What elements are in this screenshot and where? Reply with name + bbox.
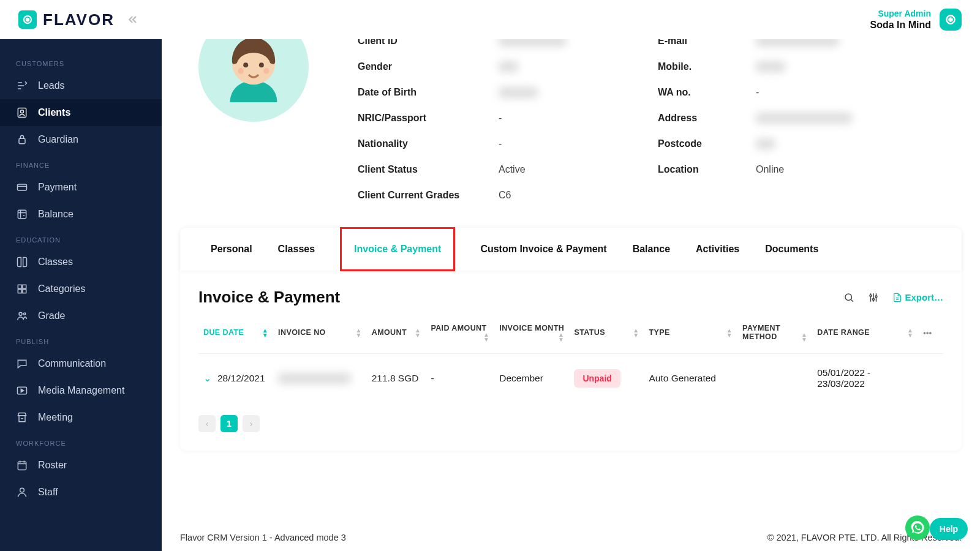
meeting-icon	[16, 411, 28, 424]
svg-rect-16	[18, 462, 26, 470]
col-invoice-month[interactable]: INVOICE MONTH▲▼	[494, 313, 569, 354]
svg-point-21	[238, 68, 244, 74]
filter-icon[interactable]	[868, 292, 879, 303]
pagination: ‹ 1 ›	[180, 403, 962, 451]
brand-name: FLAVOR	[43, 10, 115, 29]
col-type[interactable]: TYPE▲▼	[644, 313, 737, 354]
sidebar-item-label: Grade	[38, 310, 65, 321]
col-actions[interactable]: •••	[918, 313, 943, 354]
svg-point-5	[21, 110, 24, 113]
client-tabs: PersonalClassesInvoice & PaymentCustom I…	[180, 228, 962, 271]
sidebar-item-staff[interactable]: Staff	[0, 479, 162, 506]
user-name: Soda In Mind	[870, 19, 931, 32]
sidebar-item-label: Balance	[38, 209, 74, 220]
col-amount[interactable]: AMOUNT▲▼	[367, 313, 426, 354]
field-value: C6	[499, 190, 658, 201]
tab-documents[interactable]: Documents	[765, 228, 818, 271]
svg-point-25	[873, 298, 875, 300]
sidebar-item-label: Meeting	[38, 412, 73, 423]
field-label: Mobile.	[658, 61, 756, 72]
sort-icon: ▲▼	[633, 328, 639, 338]
footer: Flavor CRM Version 1 - Advanced mode 3 ©…	[162, 524, 980, 551]
status-badge: Unpaid	[574, 369, 620, 388]
sidebar-item-categories[interactable]: Categories	[0, 276, 162, 302]
staff-icon	[16, 486, 28, 498]
section-title: Invoice & Payment	[198, 288, 340, 307]
svg-point-23	[845, 294, 852, 301]
search-icon[interactable]	[843, 292, 854, 303]
sidebar-item-label: Staff	[38, 487, 58, 498]
cell-invoice-month: December	[494, 354, 569, 403]
field-label: E-mail	[658, 39, 756, 47]
col-paid-amount[interactable]: PAID AMOUNT▲▼	[426, 313, 494, 354]
col-status[interactable]: STATUS▲▼	[569, 313, 644, 354]
sidebar-item-leads[interactable]: Leads	[0, 72, 162, 99]
col-date-range[interactable]: DATE RANGE▲▼	[812, 313, 918, 354]
cell-due-date: ⌄28/12/2021	[198, 354, 273, 403]
col-due-date[interactable]: DUE DATE▲▼	[198, 313, 273, 354]
book-icon	[16, 256, 28, 268]
field-value: xxxx	[756, 138, 943, 149]
more-icon: •••	[923, 329, 932, 337]
sidebar-item-roster[interactable]: Roster	[0, 452, 162, 479]
sidebar-item-classes[interactable]: Classes	[0, 249, 162, 276]
field-label: Client ID	[358, 39, 499, 47]
tab-invoice-payment[interactable]: Invoice & Payment	[341, 228, 454, 271]
table-row[interactable]: ⌄28/12/2021XXXXXXXX-XXX211.8 SGD-Decembe…	[198, 354, 943, 403]
tab-personal[interactable]: Personal	[211, 228, 252, 271]
help-button[interactable]: Help	[930, 518, 968, 540]
sidebar-item-communication[interactable]: Communication	[0, 350, 162, 377]
sidebar-item-payment[interactable]: Payment	[0, 174, 162, 201]
tab-balance[interactable]: Balance	[633, 228, 670, 271]
pagination-next[interactable]: ›	[243, 415, 260, 432]
pagination-prev[interactable]: ‹	[198, 415, 216, 432]
field-label: Client Status	[358, 164, 499, 175]
sort-icon: ▲▼	[801, 332, 807, 342]
sidebar-item-balance[interactable]: Balance	[0, 201, 162, 228]
field-value	[756, 190, 943, 201]
tab-activities[interactable]: Activities	[696, 228, 739, 271]
sort-icon: ▲▼	[558, 332, 564, 342]
field-label	[658, 190, 756, 201]
expand-row-icon[interactable]: ⌄	[203, 373, 211, 383]
whatsapp-button[interactable]	[905, 515, 930, 540]
field-value: -	[756, 87, 943, 98]
sidebar-item-label: Leads	[38, 80, 65, 91]
media-icon	[16, 384, 28, 397]
sidebar-item-meeting[interactable]: Meeting	[0, 404, 162, 431]
pagination-page-1[interactable]: 1	[221, 415, 238, 432]
col-payment-method[interactable]: PAYMENT METHOD▲▼	[737, 313, 812, 354]
brand-mark	[18, 10, 37, 29]
sidebar-item-clients[interactable]: Clients	[0, 99, 162, 126]
tab-custom-invoice-payment[interactable]: Custom Invoice & Payment	[480, 228, 606, 271]
field-value: Online	[756, 164, 943, 175]
topbar: FLAVOR Super Admin Soda In Mind	[0, 0, 980, 39]
sidebar-item-label: Media Management	[38, 385, 124, 396]
field-value: XXXXXXX XXX	[499, 39, 658, 47]
svg-point-19	[243, 62, 248, 67]
sidebar-item-grade[interactable]: Grade	[0, 302, 162, 329]
export-link[interactable]: Export…	[892, 292, 943, 302]
sidebar-item-label: Classes	[38, 257, 73, 268]
tab-classes[interactable]: Classes	[278, 228, 315, 271]
sidebar-section: PUBLISH	[0, 329, 162, 350]
svg-point-3	[949, 18, 952, 21]
sidebar-item-label: Payment	[38, 182, 77, 193]
brand-logo[interactable]: FLAVOR	[18, 10, 115, 29]
user-role: Super Admin	[870, 8, 931, 19]
client-info-panel: Client IDXXXXXXX XXXE-mailxxxxxxxxxxxx@x…	[180, 39, 962, 201]
field-label: Gender	[358, 61, 499, 72]
svg-rect-11	[18, 290, 21, 293]
user-block[interactable]: Super Admin Soda In Mind	[870, 8, 931, 32]
col-invoice-no[interactable]: INVOICE NO▲▼	[273, 313, 367, 354]
svg-point-14	[24, 313, 26, 315]
svg-rect-8	[18, 210, 26, 218]
sidebar-item-guardian[interactable]: Guardian	[0, 126, 162, 153]
user-avatar[interactable]	[940, 9, 962, 31]
sidebar-item-media-management[interactable]: Media Management	[0, 377, 162, 404]
sidebar-item-label: Clients	[38, 107, 70, 118]
sidebar-section: CUSTOMERS	[0, 51, 162, 72]
guardian-icon	[16, 133, 28, 146]
card-icon	[16, 181, 28, 193]
collapse-sidebar-icon[interactable]	[127, 13, 139, 26]
